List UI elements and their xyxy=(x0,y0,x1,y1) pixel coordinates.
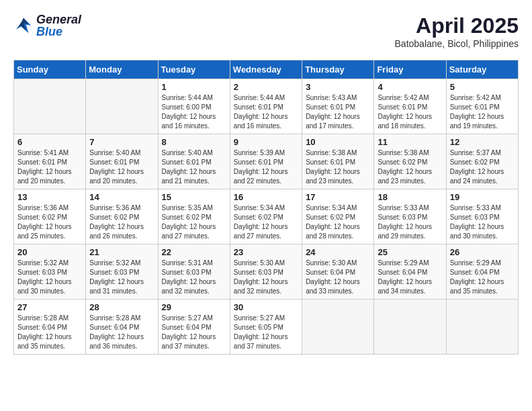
day-info: Sunrise: 5:28 AM Sunset: 6:04 PM Dayligh… xyxy=(89,314,154,351)
calendar-cell: 19Sunrise: 5:33 AM Sunset: 6:03 PM Dayli… xyxy=(446,189,518,244)
calendar-cell: 11Sunrise: 5:38 AM Sunset: 6:02 PM Dayli… xyxy=(374,134,446,189)
calendar-cell: 14Sunrise: 5:36 AM Sunset: 6:02 PM Dayli… xyxy=(86,189,158,244)
week-row-5: 27Sunrise: 5:28 AM Sunset: 6:04 PM Dayli… xyxy=(14,300,519,355)
day-info: Sunrise: 5:44 AM Sunset: 6:00 PM Dayligh… xyxy=(162,93,226,131)
calendar-cell: 4Sunrise: 5:42 AM Sunset: 6:01 PM Daylig… xyxy=(374,79,446,134)
logo-general: General xyxy=(36,13,81,26)
day-info: Sunrise: 5:27 AM Sunset: 6:05 PM Dayligh… xyxy=(234,314,298,351)
logo-blue: Blue xyxy=(36,26,81,38)
calendar-cell: 2Sunrise: 5:44 AM Sunset: 6:01 PM Daylig… xyxy=(230,79,302,134)
day-info: Sunrise: 5:32 AM Sunset: 6:03 PM Dayligh… xyxy=(89,259,154,296)
calendar-cell: 21Sunrise: 5:32 AM Sunset: 6:03 PM Dayli… xyxy=(86,244,158,300)
day-number: 27 xyxy=(17,302,82,312)
day-number: 5 xyxy=(450,82,515,92)
day-header-wednesday: Wednesday xyxy=(230,60,302,79)
calendar-cell xyxy=(14,79,86,134)
week-row-4: 20Sunrise: 5:32 AM Sunset: 6:03 PM Dayli… xyxy=(14,244,519,300)
calendar-cell: 28Sunrise: 5:28 AM Sunset: 6:04 PM Dayli… xyxy=(86,300,158,355)
day-number: 28 xyxy=(89,302,154,312)
day-header-sunday: Sunday xyxy=(14,60,86,79)
day-number: 10 xyxy=(306,137,370,147)
calendar-cell: 25Sunrise: 5:29 AM Sunset: 6:04 PM Dayli… xyxy=(374,244,446,300)
day-info: Sunrise: 5:37 AM Sunset: 6:02 PM Dayligh… xyxy=(450,148,515,186)
calendar-cell: 15Sunrise: 5:35 AM Sunset: 6:02 PM Dayli… xyxy=(158,189,230,244)
day-number: 2 xyxy=(234,82,298,92)
day-info: Sunrise: 5:30 AM Sunset: 6:04 PM Dayligh… xyxy=(306,259,370,296)
day-info: Sunrise: 5:38 AM Sunset: 6:01 PM Dayligh… xyxy=(306,148,370,186)
day-info: Sunrise: 5:38 AM Sunset: 6:02 PM Dayligh… xyxy=(378,148,442,186)
day-number: 21 xyxy=(89,247,154,257)
day-number: 6 xyxy=(17,137,82,147)
day-number: 29 xyxy=(162,302,226,312)
logo: General Blue xyxy=(13,13,81,38)
day-info: Sunrise: 5:32 AM Sunset: 6:03 PM Dayligh… xyxy=(17,259,82,296)
calendar-cell: 20Sunrise: 5:32 AM Sunset: 6:03 PM Dayli… xyxy=(14,244,86,300)
day-info: Sunrise: 5:35 AM Sunset: 6:02 PM Dayligh… xyxy=(162,203,226,241)
calendar-cell: 1Sunrise: 5:44 AM Sunset: 6:00 PM Daylig… xyxy=(158,79,230,134)
day-header-saturday: Saturday xyxy=(446,60,518,79)
day-info: Sunrise: 5:42 AM Sunset: 6:01 PM Dayligh… xyxy=(378,93,442,131)
day-number: 22 xyxy=(162,247,226,257)
day-info: Sunrise: 5:34 AM Sunset: 6:02 PM Dayligh… xyxy=(234,203,298,241)
day-info: Sunrise: 5:29 AM Sunset: 6:04 PM Dayligh… xyxy=(378,259,442,296)
day-number: 24 xyxy=(306,247,370,257)
day-info: Sunrise: 5:30 AM Sunset: 6:03 PM Dayligh… xyxy=(234,259,298,296)
day-info: Sunrise: 5:36 AM Sunset: 6:02 PM Dayligh… xyxy=(89,203,154,241)
calendar-cell xyxy=(302,300,374,355)
day-info: Sunrise: 5:41 AM Sunset: 6:01 PM Dayligh… xyxy=(17,148,82,186)
day-info: Sunrise: 5:33 AM Sunset: 6:03 PM Dayligh… xyxy=(450,203,515,241)
calendar-header: SundayMondayTuesdayWednesdayThursdayFrid… xyxy=(14,60,519,79)
day-number: 12 xyxy=(450,137,515,147)
calendar-cell xyxy=(446,300,518,355)
day-info: Sunrise: 5:44 AM Sunset: 6:01 PM Dayligh… xyxy=(234,93,298,131)
calendar-cell: 13Sunrise: 5:36 AM Sunset: 6:02 PM Dayli… xyxy=(14,189,86,244)
calendar-cell: 8Sunrise: 5:40 AM Sunset: 6:01 PM Daylig… xyxy=(158,134,230,189)
day-number: 9 xyxy=(234,137,298,147)
days-row: SundayMondayTuesdayWednesdayThursdayFrid… xyxy=(14,60,519,79)
day-header-friday: Friday xyxy=(374,60,446,79)
day-number: 23 xyxy=(234,247,298,257)
day-info: Sunrise: 5:43 AM Sunset: 6:01 PM Dayligh… xyxy=(306,93,370,131)
day-number: 4 xyxy=(378,82,442,92)
calendar-cell: 6Sunrise: 5:41 AM Sunset: 6:01 PM Daylig… xyxy=(14,134,86,189)
day-number: 20 xyxy=(17,247,82,257)
calendar-cell: 18Sunrise: 5:33 AM Sunset: 6:03 PM Dayli… xyxy=(374,189,446,244)
month-year: April 2025 xyxy=(395,13,519,38)
day-info: Sunrise: 5:29 AM Sunset: 6:04 PM Dayligh… xyxy=(450,259,515,296)
logo-text: General Blue xyxy=(36,13,81,38)
day-number: 8 xyxy=(162,137,226,147)
calendar-body: 1Sunrise: 5:44 AM Sunset: 6:00 PM Daylig… xyxy=(14,79,519,355)
week-row-3: 13Sunrise: 5:36 AM Sunset: 6:02 PM Dayli… xyxy=(14,189,519,244)
calendar-cell: 5Sunrise: 5:42 AM Sunset: 6:01 PM Daylig… xyxy=(446,79,518,134)
day-number: 30 xyxy=(234,302,298,312)
calendar-table: SundayMondayTuesdayWednesdayThursdayFrid… xyxy=(13,60,519,355)
day-info: Sunrise: 5:36 AM Sunset: 6:02 PM Dayligh… xyxy=(17,203,82,241)
day-number: 18 xyxy=(378,192,442,202)
day-info: Sunrise: 5:42 AM Sunset: 6:01 PM Dayligh… xyxy=(450,93,515,131)
day-info: Sunrise: 5:31 AM Sunset: 6:03 PM Dayligh… xyxy=(162,259,226,296)
day-number: 13 xyxy=(17,192,82,202)
day-number: 17 xyxy=(306,192,370,202)
calendar-cell: 29Sunrise: 5:27 AM Sunset: 6:04 PM Dayli… xyxy=(158,300,230,355)
day-info: Sunrise: 5:40 AM Sunset: 6:01 PM Dayligh… xyxy=(162,148,226,186)
day-info: Sunrise: 5:34 AM Sunset: 6:02 PM Dayligh… xyxy=(306,203,370,241)
calendar-cell: 12Sunrise: 5:37 AM Sunset: 6:02 PM Dayli… xyxy=(446,134,518,189)
day-info: Sunrise: 5:27 AM Sunset: 6:04 PM Dayligh… xyxy=(162,314,226,351)
day-number: 3 xyxy=(306,82,370,92)
calendar-cell: 22Sunrise: 5:31 AM Sunset: 6:03 PM Dayli… xyxy=(158,244,230,300)
day-number: 26 xyxy=(450,247,515,257)
calendar-cell: 27Sunrise: 5:28 AM Sunset: 6:04 PM Dayli… xyxy=(14,300,86,355)
title-block: April 2025 Batobalane, Bicol, Philippine… xyxy=(395,13,519,49)
calendar-cell xyxy=(374,300,446,355)
day-header-thursday: Thursday xyxy=(302,60,374,79)
calendar-cell: 23Sunrise: 5:30 AM Sunset: 6:03 PM Dayli… xyxy=(230,244,302,300)
day-header-tuesday: Tuesday xyxy=(158,60,230,79)
day-info: Sunrise: 5:39 AM Sunset: 6:01 PM Dayligh… xyxy=(234,148,298,186)
calendar-cell: 26Sunrise: 5:29 AM Sunset: 6:04 PM Dayli… xyxy=(446,244,518,300)
day-number: 14 xyxy=(89,192,154,202)
calendar-cell: 30Sunrise: 5:27 AM Sunset: 6:05 PM Dayli… xyxy=(230,300,302,355)
day-header-monday: Monday xyxy=(86,60,158,79)
location: Batobalane, Bicol, Philippines xyxy=(395,38,519,49)
day-info: Sunrise: 5:33 AM Sunset: 6:03 PM Dayligh… xyxy=(378,203,442,241)
calendar-cell: 24Sunrise: 5:30 AM Sunset: 6:04 PM Dayli… xyxy=(302,244,374,300)
